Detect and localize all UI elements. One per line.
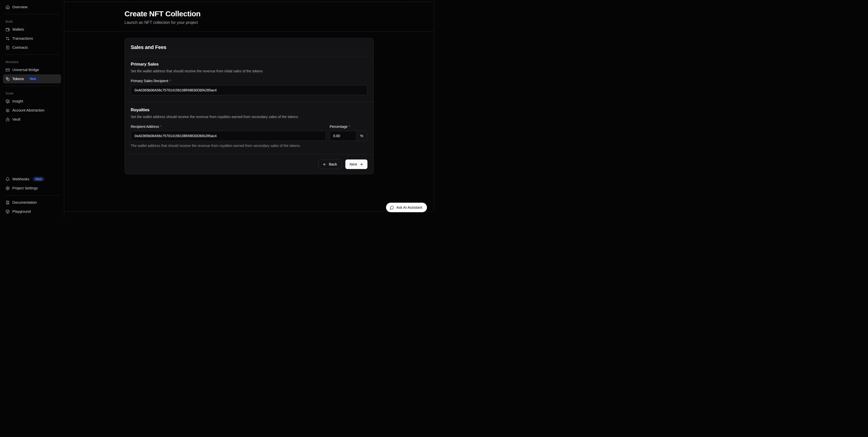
sidebar-divider [4,86,60,86]
sidebar-item-label: Webhooks [12,177,29,181]
cube-icon [5,210,10,214]
primary-sales-recipient-field: Primary Sales Recipient * [131,79,367,95]
package-search-icon [5,99,10,103]
sidebar: Overview Build Wallets Transactions Cont… [0,0,64,218]
sidebar-item-label: Playground [12,210,31,214]
main-content: Create NFT Collection Launch an NFT coll… [64,0,434,218]
sidebar-item-label: Project Settings [12,186,38,190]
gear-icon [5,186,10,190]
new-badge: New [27,76,39,81]
sidebar-section-monetize: Monetize [3,60,61,64]
page-header: Create NFT Collection Launch an NFT coll… [64,2,434,32]
percentage-input-group: % [330,131,367,141]
required-asterisk: * [349,125,350,129]
sidebar-section-build: Build [3,20,61,23]
content-frame: Create NFT Collection Launch an NFT coll… [64,2,434,212]
sidebar-item-insight[interactable]: Insight [3,97,61,106]
ask-ai-assistant-label: Ask AI Assistant [396,206,422,210]
sidebar-item-playground[interactable]: Playground [3,207,61,216]
credit-card-icon [5,68,10,72]
royalties-fields-row: Recipient Address * The wallet address t… [131,125,367,148]
lock-icon [5,117,10,122]
sidebar-section-scale: Scale [3,92,61,95]
home-icon [5,5,10,9]
arrow-right-icon [360,162,363,166]
percentage-label: Percentage [330,125,348,129]
next-button[interactable]: Next [345,159,367,169]
sidebar-spacer [3,124,61,175]
sales-and-fees-card: Sales and Fees Primary Sales Set the wal… [125,38,374,174]
app-root: Overview Build Wallets Transactions Cont… [0,0,434,218]
next-button-label: Next [350,162,357,166]
sidebar-item-webhooks[interactable]: Webhooks New [3,175,61,184]
sidebar-item-label: Insight [12,99,23,103]
sidebar-item-transactions[interactable]: Transactions [3,34,61,43]
bell-icon [5,177,10,181]
sidebar-item-label: Wallets [12,27,24,31]
chat-bubble-icon [390,206,394,210]
royalties-heading: Royalties [131,107,367,113]
sidebar-item-wallets[interactable]: Wallets [3,25,61,34]
sidebar-item-label: Vault [12,117,20,121]
new-badge: New [33,177,44,181]
royalties-section: Royalties Set the wallet address should … [125,102,373,154]
arrow-left-icon [323,162,327,166]
primary-sales-recipient-label: Primary Sales Recipient [131,79,168,83]
sidebar-item-label: Contracts [12,45,28,50]
back-button[interactable]: Back [318,159,341,169]
sidebar-item-label: Documentation [12,200,37,205]
recipient-address-label: Recipient Address [131,125,159,129]
page-subtitle: Launch an NFT collection for your projec… [125,20,374,25]
sidebar-item-label: Transactions [12,36,33,40]
primary-sales-description: Set the wallet address that should recei… [131,69,367,73]
sidebar-item-label: Account Abstraction [12,108,44,112]
royalty-recipient-field: Recipient Address * The wallet address t… [131,125,326,148]
sidebar-item-project-settings[interactable]: Project Settings [3,184,61,193]
card-footer: Back Next [125,154,373,174]
royalty-helper-text: The wallet address that should receive t… [131,144,326,148]
required-asterisk: * [169,79,171,83]
smart-wallet-icon [5,108,10,113]
arrows-swap-icon [5,36,10,41]
document-icon [5,45,10,50]
sidebar-item-documentation[interactable]: Documentation [3,198,61,207]
sidebar-item-contracts[interactable]: Contracts [3,43,61,52]
percentage-input[interactable] [330,131,356,141]
sidebar-item-universal-bridge[interactable]: Universal Bridge [3,65,61,74]
ask-ai-assistant-button[interactable]: Ask AI Assistant [386,203,427,212]
sidebar-item-vault[interactable]: Vault [3,115,61,124]
back-button-label: Back [329,162,337,166]
sidebar-divider [4,195,60,195]
card-title: Sales and Fees [131,44,367,50]
primary-sales-heading: Primary Sales [131,62,367,67]
sidebar-item-tokens[interactable]: Tokens New [3,74,61,83]
sidebar-item-account-abstraction[interactable]: Account Abstraction [3,106,61,115]
wallet-icon [5,27,10,32]
coins-icon [5,77,10,81]
sidebar-item-label: Universal Bridge [12,68,39,72]
page-body: Sales and Fees Primary Sales Set the wal… [64,32,434,212]
primary-sales-recipient-input[interactable] [131,85,367,95]
royalty-percentage-field: Percentage * % [330,125,367,141]
primary-sales-section: Primary Sales Set the wallet address tha… [125,56,373,102]
royalties-description: Set the wallet address should receive th… [131,115,367,119]
recipient-address-input[interactable] [131,131,326,141]
sidebar-item-label: Overview [12,5,27,9]
sidebar-item-overview[interactable]: Overview [3,2,61,11]
sidebar-item-label: Tokens [12,77,24,81]
book-icon [5,200,10,205]
card-header: Sales and Fees [125,38,373,56]
page-title: Create NFT Collection [125,9,374,18]
required-asterisk: * [160,125,161,129]
percent-suffix: % [356,131,367,141]
